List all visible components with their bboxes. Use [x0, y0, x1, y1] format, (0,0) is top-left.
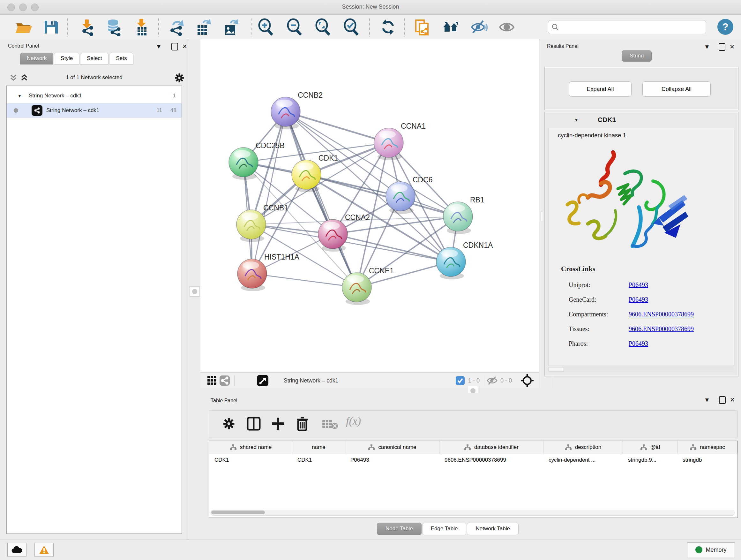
cell-description[interactable]: cyclin-dependent ... — [543, 457, 623, 463]
tab-style[interactable]: Style — [54, 53, 79, 64]
network-node-rb1[interactable]: RB1 — [443, 196, 484, 234]
crosslink-value[interactable]: 9606.ENSP00000378699 — [629, 325, 694, 332]
tab-sets[interactable]: Sets — [109, 53, 133, 64]
zoom-fit-icon[interactable] — [314, 18, 332, 36]
import-database-icon[interactable] — [105, 18, 123, 36]
cell-name[interactable]: CDK1 — [292, 457, 345, 463]
network-node-cdk1[interactable]: CDK1 — [292, 154, 338, 192]
expand-all-chevron-icon[interactable] — [20, 74, 29, 82]
show-eye-icon[interactable] — [498, 18, 516, 36]
network-node-cdc25b[interactable]: CDC25B — [229, 141, 285, 180]
search-input[interactable] — [559, 23, 701, 30]
tab-select[interactable]: Select — [80, 53, 109, 64]
split-columns-icon[interactable] — [246, 416, 261, 431]
table-horizontal-scrollbar[interactable] — [211, 510, 735, 516]
expander-triangle-icon[interactable]: ▼ — [17, 94, 22, 98]
warning-button[interactable] — [35, 543, 54, 557]
left-panel-splitter[interactable] — [188, 39, 201, 540]
network-edge[interactable] — [307, 175, 458, 216]
add-column-icon[interactable] — [271, 416, 285, 431]
delete-column-trash-icon[interactable] — [295, 416, 310, 432]
table-data-row[interactable]: CDK1CDK1P064939606.ENSP00000378699cyclin… — [209, 454, 738, 466]
network-canvas[interactable]: CCNB2CCNA1CDC25BCDK1CDC6RB1CCNB1CCNA2CDK… — [200, 39, 539, 372]
cell-namespac[interactable]: stringdb — [677, 457, 738, 463]
network-edge[interactable] — [252, 273, 357, 287]
selected-checkbox-icon[interactable] — [455, 376, 465, 385]
memory-button[interactable]: Memory — [687, 543, 735, 557]
table-panel-float-button[interactable] — [719, 396, 726, 404]
scrollbar-thumb[interactable] — [549, 367, 564, 372]
results-panel-close-icon[interactable]: ✕ — [730, 43, 735, 51]
refresh-icon[interactable] — [379, 18, 397, 36]
column-header-canonical-name[interactable]: canonical name — [345, 441, 440, 454]
horizontal-splitter[interactable] — [200, 388, 741, 393]
results-horizontal-scrollbar[interactable] — [549, 367, 734, 372]
column-header-namespac[interactable]: namespac — [677, 441, 738, 454]
gene-section-header[interactable]: ▼ CDK1 — [545, 112, 738, 127]
column-header-name[interactable]: name — [292, 441, 345, 454]
save-session-icon[interactable] — [42, 18, 60, 36]
crosslink-value[interactable]: P06493 — [629, 340, 648, 347]
gear-icon[interactable] — [174, 72, 185, 83]
zoom-in-icon[interactable] — [257, 18, 275, 36]
control-panel-close-icon[interactable]: ✕ — [182, 43, 187, 50]
tab-node-table[interactable]: Node Table — [377, 523, 421, 535]
network-collection-row[interactable]: ▼ String Network – cdk1 1 — [7, 88, 182, 103]
crosslink-value[interactable]: P06493 — [629, 296, 648, 303]
expand-all-button[interactable]: Expand All — [569, 81, 631, 97]
import-table-icon[interactable] — [132, 18, 150, 36]
fit-selected-crosshair-icon[interactable] — [520, 374, 534, 388]
network-node-hist1h1a[interactable]: HIST1H1A — [238, 253, 300, 291]
collapse-all-chevron-icon[interactable] — [9, 74, 18, 82]
table-panel-close-icon[interactable]: ✕ — [730, 396, 735, 403]
hide-eye-icon[interactable] — [470, 18, 488, 36]
tab-network[interactable]: Network — [20, 53, 53, 64]
network-row-selected[interactable]: String Network – cdk1 11 48 — [7, 103, 182, 118]
tab-network-table[interactable]: Network Table — [467, 523, 518, 535]
open-session-icon[interactable] — [14, 18, 32, 36]
export-image-icon[interactable] — [222, 18, 240, 36]
tab-edge-table[interactable]: Edge Table — [422, 523, 467, 535]
cell-database-identifier[interactable]: 9606.ENSP00000378699 — [440, 457, 543, 463]
cloud-button[interactable] — [7, 543, 26, 557]
network-node-ccnb2[interactable]: CCNB2 — [271, 91, 323, 129]
zoom-out-icon[interactable] — [286, 18, 304, 36]
column-header-description[interactable]: description — [543, 441, 623, 454]
section-expander-triangle-icon[interactable]: ▼ — [574, 117, 579, 122]
export-network-icon[interactable] — [168, 18, 186, 36]
node-label: CDKN1A — [463, 241, 493, 249]
help-button[interactable]: ? — [718, 19, 733, 35]
zoom-selected-icon[interactable] — [342, 18, 360, 36]
network-share-view-icon[interactable] — [218, 374, 231, 387]
cell-shared-name[interactable]: CDK1 — [209, 457, 292, 463]
scrollbar-thumb[interactable] — [211, 510, 265, 514]
cell-canonical-name[interactable]: P06493 — [345, 457, 440, 463]
column-header--id[interactable]: @id — [623, 441, 677, 454]
table-panel-menu-icon[interactable]: ▼ — [704, 396, 710, 403]
column-label: @id — [650, 444, 660, 450]
collapse-all-button[interactable]: Collapse All — [643, 81, 711, 97]
home-networks-icon[interactable] — [442, 18, 460, 36]
network-edge[interactable] — [252, 112, 286, 273]
crosslink-value[interactable]: P06493 — [629, 281, 648, 288]
birdseye-view-icon[interactable] — [256, 374, 269, 387]
import-network-icon[interactable] — [78, 18, 96, 36]
table-gear-icon[interactable] — [222, 417, 235, 430]
crosslink-value[interactable]: 9606.ENSP00000378699 — [629, 311, 694, 318]
network-node-cdkn1a[interactable]: CDKN1A — [436, 241, 493, 279]
control-panel-menu-icon[interactable]: ▼ — [156, 43, 162, 50]
results-panel-float-button[interactable] — [719, 43, 725, 51]
results-panel-menu-icon[interactable]: ▼ — [704, 44, 710, 51]
column-header-database-identifier[interactable]: database identifier — [440, 441, 543, 454]
results-panel-tab-string[interactable]: String — [622, 53, 652, 59]
cell--id[interactable]: stringdb:9... — [623, 457, 677, 463]
column-header-shared-name[interactable]: shared name — [209, 441, 292, 454]
grid-view-icon[interactable] — [205, 374, 218, 387]
results-panel: Results Panel ▼ ✕ String Expand All Coll… — [542, 39, 741, 378]
export-table-icon[interactable] — [194, 18, 212, 36]
splitter-handle[interactable] — [190, 287, 200, 297]
network-edge[interactable] — [286, 112, 389, 143]
clone-network-icon[interactable] — [413, 18, 431, 36]
network-graph[interactable]: CCNB2CCNA1CDC25BCDK1CDC6RB1CCNB1CCNA2CDK… — [200, 39, 539, 372]
control-panel-float-button[interactable] — [172, 43, 178, 51]
